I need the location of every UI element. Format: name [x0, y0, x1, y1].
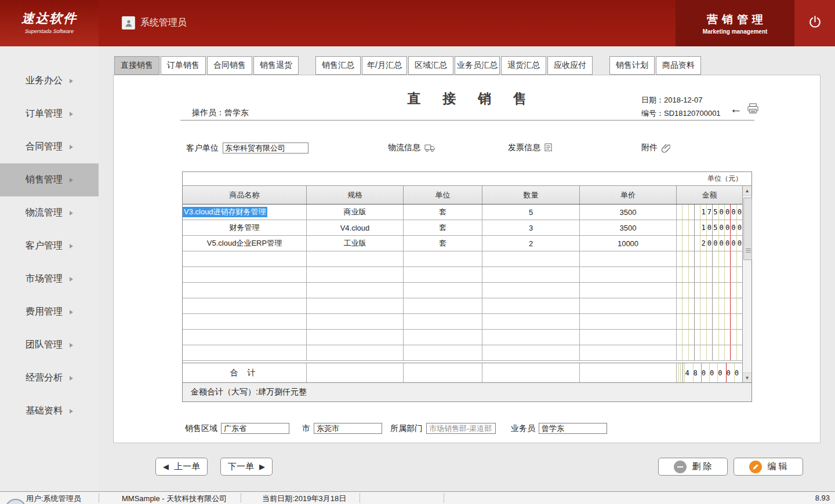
cell-单位[interactable] [404, 283, 482, 298]
table-row[interactable]: 财务管理V4.cloud套335001050000 [183, 220, 742, 236]
sidebar-item-5[interactable]: 物流管理 [0, 196, 99, 229]
cell-金额[interactable]: 1750000 [677, 204, 742, 220]
region-input[interactable] [221, 423, 289, 434]
sidebar-item-1[interactable]: 业务办公 [0, 64, 99, 97]
table-row[interactable]: V5.cloud企业ERP管理工业版套2100002000000 [183, 236, 742, 251]
cell-商品名称[interactable] [183, 283, 307, 298]
cell-单位[interactable] [404, 330, 482, 345]
cell-规格[interactable] [307, 251, 404, 266]
cell-数量[interactable] [482, 267, 580, 282]
cell-规格[interactable] [307, 314, 404, 329]
tab-2[interactable]: 订单销售 [161, 56, 206, 75]
cell-数量[interactable] [482, 283, 580, 298]
cell-单价[interactable] [580, 330, 677, 345]
tab-1[interactable]: 直接销售 [114, 56, 159, 75]
table-row[interactable] [183, 251, 742, 267]
table-row[interactable] [183, 314, 742, 330]
table-row[interactable] [183, 267, 742, 283]
table-row[interactable] [183, 330, 742, 345]
tab-6[interactable]: 年/月汇总 [362, 56, 407, 75]
cell-金额[interactable] [677, 251, 742, 266]
current-user[interactable]: 系统管理员 [122, 16, 187, 30]
cell-规格[interactable] [307, 267, 404, 282]
sidebar-item-6[interactable]: 客户管理 [0, 229, 99, 262]
table-row[interactable] [183, 298, 742, 314]
scroll-up-button[interactable]: ▲ [743, 186, 752, 196]
cell-数量[interactable] [482, 251, 580, 266]
logistics-truck-icon[interactable] [424, 144, 435, 152]
tab-8[interactable]: 业务员汇总 [455, 56, 500, 75]
cell-商品名称[interactable] [183, 345, 307, 360]
prev-order-button[interactable]: ◀ 上一单 [155, 458, 208, 476]
sidebar-item-8[interactable]: 费用管理 [0, 295, 99, 328]
sidebar-item-7[interactable]: 市场管理 [0, 262, 99, 295]
cell-规格[interactable]: 工业版 [307, 236, 404, 251]
sidebar-item-11[interactable]: 基础资料 [0, 395, 99, 428]
tab-5[interactable]: 销售汇总 [315, 56, 361, 75]
cell-商品名称[interactable] [183, 314, 307, 329]
cell-单价[interactable]: 3500 [580, 204, 677, 220]
cell-单价[interactable] [580, 298, 677, 313]
cell-商品名称[interactable]: V3.cloud进销存财务管理 [183, 204, 307, 220]
cell-规格[interactable]: 商业版 [307, 204, 404, 220]
cell-商品名称[interactable] [183, 330, 307, 345]
department-input[interactable] [426, 423, 496, 434]
table-row[interactable]: V3.cloud进销存财务管理商业版套535001750000 [183, 204, 742, 220]
cell-金额[interactable] [677, 267, 742, 282]
delete-button[interactable]: 删 除 [658, 458, 728, 476]
cell-单价[interactable]: 3500 [580, 220, 677, 235]
cell-规格[interactable] [307, 298, 404, 313]
cell-商品名称[interactable]: 财务管理 [183, 220, 307, 235]
sidebar-item-2[interactable]: 订单管理 [0, 97, 99, 130]
sidebar-item-9[interactable]: 团队管理 [0, 328, 99, 361]
cell-单位[interactable] [404, 298, 482, 313]
cell-单位[interactable] [404, 314, 482, 329]
cell-金额[interactable] [677, 298, 742, 313]
city-input[interactable] [314, 423, 382, 434]
cell-规格[interactable]: V4.cloud [307, 220, 404, 235]
tab-3[interactable]: 合同销售 [207, 56, 252, 75]
cell-商品名称[interactable] [183, 298, 307, 313]
cell-金额[interactable]: 2000000 [677, 236, 742, 251]
tab-11[interactable]: 销售计划 [609, 56, 655, 75]
salesman-input[interactable] [539, 423, 607, 434]
cell-金额[interactable] [677, 314, 742, 329]
sidebar-item-3[interactable]: 合同管理 [0, 130, 99, 163]
tab-7[interactable]: 区域汇总 [408, 56, 453, 75]
cell-单位[interactable]: 套 [404, 204, 482, 220]
scroll-down-button[interactable]: ▼ [743, 372, 752, 382]
tab-12[interactable]: 商品资料 [656, 56, 701, 75]
cell-单价[interactable]: 10000 [580, 236, 677, 251]
cell-单位[interactable]: 套 [404, 220, 482, 235]
print-icon[interactable] [747, 103, 759, 114]
cell-单价[interactable] [580, 314, 677, 329]
cell-数量[interactable]: 2 [482, 236, 580, 251]
table-row[interactable] [183, 283, 742, 298]
cell-金额[interactable] [677, 283, 742, 298]
cell-商品名称[interactable]: V5.cloud企业ERP管理 [183, 236, 307, 251]
cell-数量[interactable] [482, 330, 580, 345]
tab-10[interactable]: 应收应付 [547, 56, 593, 75]
edit-button[interactable]: 编 辑 [734, 458, 803, 476]
cell-单价[interactable] [580, 267, 677, 282]
customer-input[interactable] [223, 143, 308, 154]
cell-数量[interactable] [482, 345, 580, 360]
sidebar-item-10[interactable]: 经营分析 [0, 361, 99, 395]
cell-金额[interactable]: 1050000 [677, 220, 742, 235]
cell-规格[interactable] [307, 283, 404, 298]
cell-商品名称[interactable] [183, 267, 307, 282]
cell-金额[interactable] [677, 345, 742, 360]
back-arrow-icon[interactable]: ← [730, 104, 742, 114]
cell-数量[interactable]: 5 [482, 204, 580, 220]
cell-规格[interactable] [307, 345, 404, 360]
cell-单位[interactable]: 套 [404, 236, 482, 251]
logout-button[interactable] [794, 0, 835, 46]
cell-单位[interactable] [404, 251, 482, 266]
cell-单价[interactable] [580, 251, 677, 266]
cell-单价[interactable] [580, 345, 677, 360]
scrollbar-thumb[interactable] [743, 198, 752, 260]
tab-4[interactable]: 销售退货 [253, 56, 299, 75]
table-scrollbar[interactable]: ▲ ▼ [742, 186, 752, 382]
cell-数量[interactable] [482, 314, 580, 329]
cell-单价[interactable] [580, 283, 677, 298]
